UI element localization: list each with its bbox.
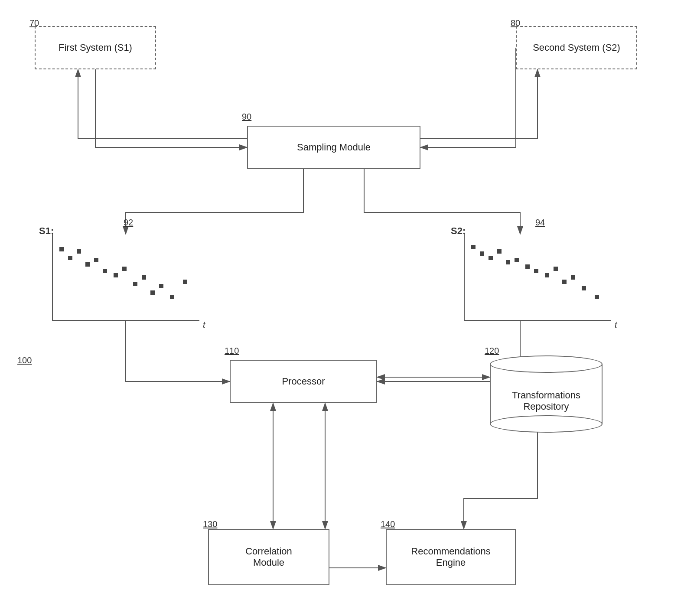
first-system-box: First System (S1) xyxy=(35,26,156,69)
s1-t-axis: t xyxy=(203,320,205,330)
ref-90: 90 xyxy=(242,112,251,122)
s2-t-axis: t xyxy=(615,320,617,330)
ref-120: 120 xyxy=(485,346,499,356)
ref-130: 130 xyxy=(203,519,217,529)
repo-label: Transformations Repository xyxy=(490,373,603,429)
ref-94: 94 xyxy=(535,218,545,228)
recommendations-engine-box: Recommendations Engine xyxy=(386,529,516,585)
diagram-container: 70 First System (S1) 80 Second System (S… xyxy=(0,0,697,616)
ref-92: 92 xyxy=(124,218,133,228)
ref-110: 110 xyxy=(225,346,239,356)
s2-chart xyxy=(464,234,611,321)
repo-cylinder-top xyxy=(490,355,603,373)
ref-140: 140 xyxy=(381,519,395,529)
s1-chart xyxy=(52,234,199,321)
second-system-box: Second System (S2) xyxy=(516,26,637,69)
ref-100: 100 xyxy=(17,355,32,365)
processor-box: Processor xyxy=(230,360,377,403)
sampling-module-box: Sampling Module xyxy=(247,126,420,169)
correlation-module-box: Correlation Module xyxy=(208,529,329,585)
